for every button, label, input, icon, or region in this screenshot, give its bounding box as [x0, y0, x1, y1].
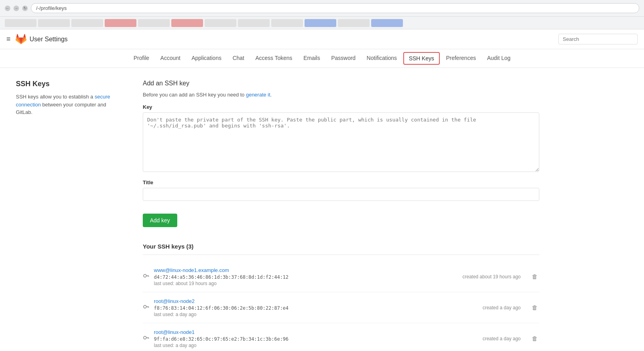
tab-applications[interactable]: Applications	[187, 49, 226, 68]
bookmark-7	[205, 19, 236, 27]
key-field-group: Key	[143, 104, 539, 173]
main-content: SSH Keys SSH keys allow you to establish…	[0, 68, 555, 351]
tab-emails[interactable]: Emails	[299, 49, 325, 68]
key-last-used-2: last used: a day ago	[154, 312, 478, 317]
bookmark-11	[338, 19, 370, 27]
key-icon-3	[143, 335, 149, 343]
generate-link[interactable]: generate it.	[246, 92, 272, 98]
key-label: Key	[143, 104, 539, 110]
svg-point-4	[144, 305, 146, 308]
add-key-button[interactable]: Add key	[143, 214, 177, 227]
tab-ssh-keys[interactable]: SSH Keys	[403, 52, 440, 65]
bookmark-6	[171, 19, 203, 27]
key-textarea[interactable]	[143, 112, 539, 172]
key-created-1: created about 19 hours ago	[462, 274, 521, 280]
title-input[interactable]	[143, 188, 539, 201]
title-label: Title	[143, 179, 539, 185]
svg-point-0	[144, 274, 146, 277]
add-ssh-subtitle: Before you can add an SSH key you need t…	[143, 92, 539, 98]
key-created-2: created a day ago	[483, 305, 521, 310]
tab-notifications[interactable]: Notifications	[362, 49, 402, 68]
search-input[interactable]	[558, 34, 638, 44]
ssh-key-item: root@linux-node2 f8:76:83:14:04:12:6f:06…	[143, 292, 539, 323]
sidebar-title: SSH Keys	[16, 80, 119, 88]
delete-key-3-button[interactable]: 🗑	[530, 334, 539, 343]
bookmark-5	[138, 19, 170, 27]
ssh-keys-header: Your SSH keys (3)	[143, 243, 539, 255]
key-fingerprint-2: f8:76:83:14:04:12:6f:06:30:06:2e:5b:80:2…	[154, 305, 478, 311]
bookmark-2	[38, 19, 70, 27]
title-field-group: Title	[143, 179, 539, 207]
key-last-used-1: last used: about 19 hours ago	[154, 281, 458, 286]
key-icon-1	[143, 273, 149, 281]
tab-password[interactable]: Password	[326, 49, 360, 68]
ssh-key-item: root@linux-node1 9f:fa:d6:e8:32:65:0c:97…	[143, 323, 539, 351]
sidebar-section: SSH Keys SSH keys allow you to establish…	[16, 80, 119, 351]
key-icon-2	[143, 304, 149, 312]
tab-audit-log[interactable]: Audit Log	[482, 49, 515, 68]
key-name-1[interactable]: www@linux-node1.example.com	[154, 267, 229, 273]
nav-tabs: Profile Account Applications Chat Access…	[0, 49, 644, 68]
tab-preferences[interactable]: Preferences	[441, 49, 481, 68]
bookmark-3	[71, 19, 103, 27]
key-last-used-3: last used: a day ago	[154, 343, 478, 348]
app-header: ≡ User Settings	[0, 29, 644, 49]
key-name-3[interactable]: root@linux-node1	[154, 329, 195, 335]
delete-key-1-button[interactable]: 🗑	[530, 272, 539, 282]
refresh-button[interactable]: ↻	[22, 6, 28, 11]
sidebar-description: SSH keys allow you to establish a secure…	[16, 93, 119, 116]
key-info-1: www@linux-node1.example.com d4:72:44:a5:…	[154, 267, 458, 286]
key-info-3: root@linux-node1 9f:fa:d6:e8:32:65:0c:97…	[154, 329, 478, 348]
key-name-2[interactable]: root@linux-node2	[154, 298, 195, 304]
bookmark-12	[371, 19, 403, 27]
bookmarks-bar	[0, 17, 644, 29]
browser-chrome: ← → ↻	[0, 0, 644, 17]
form-section: Add an SSH key Before you can add an SSH…	[143, 80, 539, 351]
key-fingerprint-3: 9f:fa:d6:e8:32:65:0c:97:65:e2:7b:34:1c:3…	[154, 336, 478, 342]
bookmark-1	[5, 19, 36, 27]
add-ssh-title: Add an SSH key	[143, 80, 539, 87]
bookmark-10	[305, 19, 336, 27]
hamburger-icon[interactable]: ≡	[6, 35, 11, 43]
delete-key-2-button[interactable]: 🗑	[530, 303, 539, 312]
bookmark-4	[105, 19, 136, 27]
tab-account[interactable]: Account	[155, 49, 185, 68]
key-created-3: created a day ago	[483, 336, 521, 341]
ssh-key-item: www@linux-node1.example.com d4:72:44:a5:…	[143, 261, 539, 292]
url-bar[interactable]	[31, 3, 639, 13]
bookmark-8	[238, 19, 270, 27]
key-fingerprint-1: d4:72:44:a5:36:46:86:1d:3b:37:68:8d:1d:f…	[154, 274, 458, 280]
svg-point-8	[144, 336, 146, 339]
ssh-keys-section: Your SSH keys (3) www@linux-node1.exampl…	[143, 243, 539, 351]
tab-profile[interactable]: Profile	[129, 49, 154, 68]
bookmark-9	[271, 19, 303, 27]
app-title: User Settings	[30, 36, 68, 43]
gitlab-logo	[15, 34, 27, 45]
key-info-2: root@linux-node2 f8:76:83:14:04:12:6f:06…	[154, 298, 478, 317]
tab-chat[interactable]: Chat	[228, 49, 249, 68]
forward-button[interactable]: →	[13, 6, 19, 11]
tab-access-tokens[interactable]: Access Tokens	[251, 49, 297, 68]
back-button[interactable]: ←	[5, 6, 10, 11]
